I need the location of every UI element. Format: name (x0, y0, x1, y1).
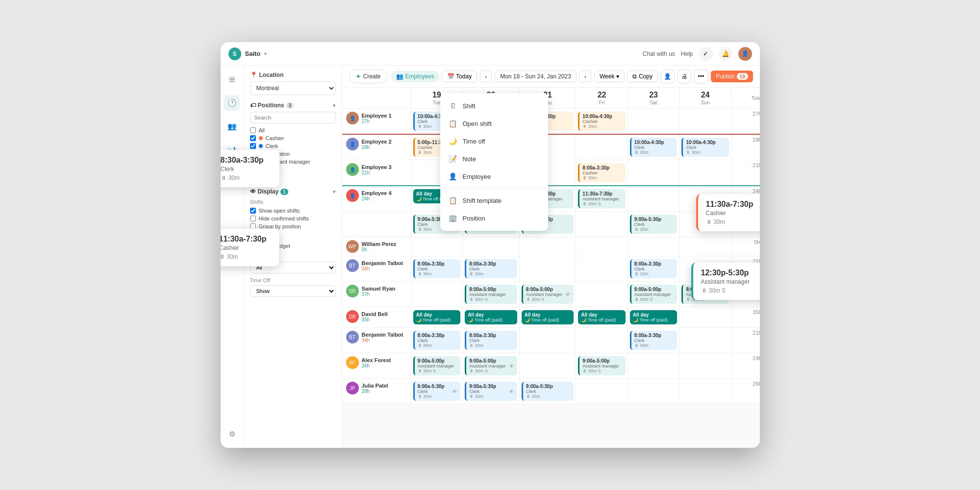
timeoff-card[interactable]: All day 🌙 Time off (paid) (630, 310, 678, 324)
shift-card[interactable]: 9:00a-5:00p Assistant manager ⏸ 30m S (578, 356, 626, 375)
shift-cell-empty[interactable] (628, 186, 679, 212)
shift-cell-empty[interactable] (628, 379, 679, 404)
today-button[interactable]: 📅 Today (442, 71, 477, 82)
week-selector-button[interactable]: Week ▾ (594, 71, 625, 82)
shift-cell-empty[interactable] (628, 237, 679, 256)
shift-cell-empty[interactable] (576, 379, 628, 404)
menu-item-position[interactable]: 🏢 Position (440, 209, 548, 227)
shift-cell-empty[interactable] (628, 109, 679, 135)
shift-card[interactable]: 8:00a-3:30p Clerk ⏸ 30m (465, 331, 517, 350)
menu-item-shift[interactable]: 🗓 Shift (440, 97, 548, 115)
timeoff-card[interactable]: All day 🌙 Time off (paid) (413, 310, 461, 324)
shift-cell[interactable]: 9:00a-5:30p Clerk ⏸ 30m (628, 212, 679, 237)
org-chevron-icon[interactable]: ▾ (264, 51, 267, 56)
shift-cell-empty[interactable] (576, 134, 628, 160)
position-all[interactable]: All (250, 126, 336, 134)
shift-card[interactable]: 8:00a-5:00p Assistant manager ⏸ 30m S (630, 285, 678, 304)
time-off-dropdown[interactable]: Show (250, 285, 336, 297)
menu-item-shift-template[interactable]: 📋 Shift template (440, 192, 548, 209)
shift-cell-empty[interactable] (628, 160, 679, 186)
timeoff-card[interactable]: All day 🌙 Time off (paid) (522, 310, 574, 324)
shift-cell[interactable]: 8:00a-3:30p Clerk ⏸ 30m (411, 328, 463, 353)
shift-cell[interactable]: 11:30a-7:30p Assistant manager ⏸ 30m S (576, 186, 628, 212)
shift-cell[interactable]: 8:00a-3:30p Clerk ⏸ 30m (628, 328, 679, 353)
location-select[interactable]: Montreal (250, 81, 336, 95)
timeoff-card[interactable]: All day 🌙 Time off (paid) (578, 310, 626, 324)
hide-confirmed-shifts-checkbox[interactable]: Hide confirmed shifts (250, 215, 336, 222)
shift-card[interactable]: 8:00a-3:30p Cashier ⏸ 30m (578, 163, 626, 182)
menu-item-time-off[interactable]: 🌙 Time off (440, 132, 548, 150)
shift-card[interactable]: 8:00a-3:30p Clerk ⏸ 30m (413, 259, 461, 278)
shift-cell[interactable]: All day 🌙 Time off (paid) (628, 307, 679, 328)
create-button[interactable]: ✦ Create (349, 70, 387, 83)
user-action-icon[interactable]: 👤 (661, 70, 675, 83)
shift-cell-empty[interactable] (679, 237, 731, 256)
shift-card[interactable]: 10:00a-4:30p Clerk ⏸ 30m (630, 138, 678, 157)
sidebar-icon-grid[interactable]: ⊞ (224, 72, 240, 87)
shift-cell-empty[interactable] (519, 353, 576, 379)
shift-cell[interactable]: All day 🌙 Time off (paid) (411, 307, 463, 328)
user-avatar[interactable]: 👤 (738, 47, 752, 61)
shift-card[interactable]: 9:00a-5:30p Clerk ⏸ 30m 👁 (465, 382, 517, 401)
sidebar-icon-settings[interactable]: ⚙ (224, 426, 240, 442)
shift-cell[interactable]: 9:00a-5:00p Assistant manager ⏸ 30m S (576, 353, 628, 379)
shift-cell[interactable]: All day 🌙 Time off (paid) (463, 307, 520, 328)
shift-cell-empty[interactable] (519, 328, 576, 353)
shift-cell-empty[interactable] (411, 282, 463, 307)
shift-card[interactable]: 8:00a-3:30p Clerk ⏸ 30m (413, 331, 461, 350)
shift-card[interactable]: 9:00a-5:30p Clerk ⏸ 30m (522, 382, 574, 401)
chat-link[interactable]: Chat with us (643, 50, 675, 57)
timeoff-card[interactable]: All day 🌙 Time off (paid) (465, 310, 517, 324)
shift-cell[interactable]: 8:00a-5:00p Assistant manager ⏸ 30m S (628, 282, 679, 307)
shift-cell-empty[interactable] (576, 328, 628, 353)
menu-item-employee[interactable]: 👤 Employee (440, 168, 548, 185)
shift-cell-empty[interactable] (519, 237, 576, 256)
shift-cell-empty[interactable] (576, 212, 628, 237)
shift-cell-empty[interactable] (576, 237, 628, 256)
shift-cell-empty[interactable] (628, 353, 679, 379)
shift-card[interactable]: 9:00a-5:30p Clerk ⏸ 30m (630, 215, 678, 234)
shift-cell[interactable]: All day 🌙 Time off (paid) (576, 307, 628, 328)
shift-cell[interactable]: 8:00a-3:30p Cashier ⏸ 30m (576, 160, 628, 186)
shift-cell[interactable]: 10:00a-4:30p Cashier ⏸ 30m (576, 109, 628, 135)
shift-cell-empty[interactable] (679, 353, 731, 379)
sidebar-icon-clock[interactable]: 🕐 (224, 95, 240, 111)
checkmark-icon[interactable]: ✓ (699, 47, 713, 61)
next-week-button[interactable]: › (579, 71, 591, 82)
employees-filter-button[interactable]: 👥 Employees (391, 71, 439, 82)
shift-card[interactable]: 9:00a-5:30p Clerk ⏸ 30m 👁 (413, 382, 461, 401)
display-chevron-icon[interactable]: ▾ (333, 189, 336, 195)
shift-cell-empty[interactable] (679, 328, 731, 353)
bell-icon[interactable]: 🔔 (719, 47, 732, 61)
shift-cell-empty[interactable] (679, 109, 731, 135)
shift-card[interactable]: 11:30a-7:30p Assistant manager ⏸ 30m S (578, 189, 626, 208)
print-icon[interactable]: 🖨 (678, 70, 691, 83)
sidebar-icon-people[interactable]: 👥 (224, 119, 240, 134)
shift-cell[interactable]: 9:00a-5:00p Assistant manager ⏸ 30m S 👁 (463, 353, 520, 379)
shift-cell[interactable]: 8:00a-3:30p Clerk ⏸ 30m (411, 256, 463, 282)
shift-card[interactable]: 10:00a-4:30p Cashier ⏸ 30m (578, 112, 626, 131)
shift-cell-empty[interactable] (576, 282, 628, 307)
position-cashier[interactable]: Cashier (250, 134, 336, 142)
shift-cell[interactable]: All day 🌙 Time off (paid) (519, 307, 576, 328)
shift-cell-empty[interactable] (679, 379, 731, 404)
positions-chevron-icon[interactable]: ▾ (333, 102, 336, 109)
shift-card[interactable]: 8:00a-3:30p Clerk ⏸ 30m (465, 259, 517, 278)
shift-cell-empty[interactable] (411, 237, 463, 256)
shift-card[interactable]: 8:00a-5:00p Assistant manager ⏸ 30m S 👁 (522, 285, 574, 304)
positions-search-input[interactable] (250, 112, 336, 123)
shift-cell[interactable]: 10:00a-4:30p Clerk ⏸ 30m (679, 134, 731, 160)
menu-item-note[interactable]: 📝 Note (440, 150, 548, 168)
shift-cell[interactable]: 9:00a-5:30p Clerk ⏸ 30m 👁 (411, 379, 463, 404)
shift-cell-empty[interactable] (576, 256, 628, 282)
publish-button[interactable]: Publish 18 (711, 71, 753, 82)
shift-cell-empty[interactable] (519, 256, 576, 282)
more-options-icon[interactable]: ••• (694, 70, 708, 83)
shift-cell[interactable]: 9:00a-5:00p Assistant manager ⏸ 30m S (411, 353, 463, 379)
show-open-shifts-checkbox[interactable]: Show open shifts (250, 207, 336, 215)
shift-cell-empty[interactable] (679, 160, 731, 186)
shift-card[interactable]: 8:00a-3:30p Clerk ⏸ 30m (630, 331, 678, 350)
shift-cell[interactable]: 8:00a-3:30p Clerk ⏸ 30m (463, 256, 520, 282)
shift-cell[interactable]: 8:00a-3:30p Clerk ⏸ 30m (628, 256, 679, 282)
shift-cell[interactable]: 9:00a-5:30p Clerk ⏸ 30m (519, 379, 576, 404)
